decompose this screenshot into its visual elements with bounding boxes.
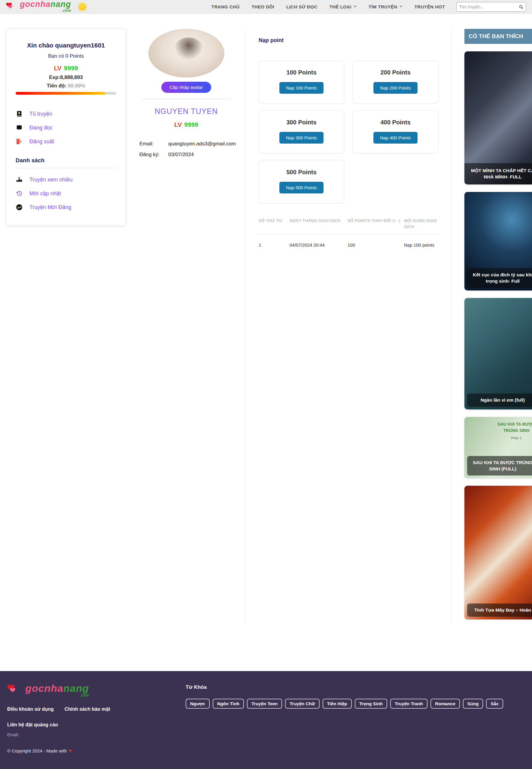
footer-email-label: Email: — [7, 732, 185, 737]
profile-panel: Cập nhập avatar NGUYEN TUYEN LV9999 Emai… — [136, 29, 237, 158]
package-card-300: 300 Points Nạp 300 Points — [259, 110, 344, 153]
tag-truyen-chu[interactable]: Truyện Chữ — [285, 699, 319, 709]
user-info-card: Xin chào quangtuyen1601 Bạn có 0 Points … — [6, 29, 126, 226]
menu-item-label: Truyện xem nhiều — [29, 177, 72, 183]
story-cover[interactable]: SAU KHI TA ĐƯỢC TRÙNG SINH Phần 1 SAU KH… — [464, 417, 532, 478]
footer-keywords: Từ Khóa Ngược Ngôn Tình Truyện Teen Truy… — [185, 684, 525, 769]
tag-truyen-tranh[interactable]: Truyện Tranh — [390, 699, 427, 709]
story-cover[interactable]: Kết cục của đích tỷ sau khi trọng sinh- … — [464, 192, 532, 290]
menu-item-label: Đăng xuất — [29, 138, 54, 145]
nap-300-button[interactable]: Nạp 300 Points — [279, 132, 324, 144]
story-cover[interactable]: Ngàn lần vì em (full) — [464, 298, 532, 409]
nap-point-section: Nạp point 100 Points Nạp 100 Points 200 … — [245, 29, 452, 624]
cell-date: 04/07/2024 20:44 — [290, 242, 345, 248]
hearts-logo-icon — [6, 2, 19, 13]
suggestions-sidebar: CÓ THỂ BẠN THÍCH MỘT MÌNH TA CHẤP HẾT CẢ… — [464, 29, 532, 619]
update-avatar-button[interactable]: Cập nhập avatar — [161, 82, 211, 93]
cover-art-text: SAU KHI TA ĐƯỢC TRÙNG SINH Phần 1 — [494, 421, 532, 441]
heart-icon: ♥ — [69, 748, 72, 754]
main-content: Xin chào quangtuyen1601 Bạn có 0 Points … — [0, 14, 532, 624]
story-cover[interactable]: Tình Tựa Mây Bay – Hoàn — [464, 486, 532, 619]
footer-left: gocnhanang .com Điều khoản sử dụng Chính… — [7, 684, 185, 769]
logo-wordmark: gocnhanang — [25, 682, 89, 694]
story-cover[interactable]: MỘT MÌNH TA CHẤP HẾT CẢ NHÀ MÌNH- FULL — [464, 51, 532, 184]
keyword-tags: Ngược Ngôn Tình Truyện Teen Truyện Chữ T… — [186, 699, 525, 709]
avatar[interactable] — [148, 29, 224, 78]
sun-theme-icon[interactable] — [79, 4, 86, 10]
nav-item-follow[interactable]: THEO DÕI — [251, 4, 274, 9]
site-logo[interactable]: gocnhanang .com — [6, 1, 71, 13]
tag-trong-sinh[interactable]: Trọng Sinh — [355, 699, 387, 709]
list-section-heading: Danh sách — [16, 157, 116, 164]
menu-item-label: Mới cập nhật — [29, 190, 61, 197]
chevron-down-icon — [354, 5, 357, 8]
package-title: 300 Points — [259, 119, 344, 126]
progress-text: Tiến độ: 88.89% — [16, 83, 116, 89]
transaction-table-header: SỐ THỨ TỰ NGÀY THÁNG GIAO DỊCH SỐ POINTS… — [259, 218, 438, 235]
chevron-down-icon — [400, 5, 403, 8]
profile-divider — [142, 99, 231, 99]
menu-item-reading[interactable]: Đang đọc — [16, 124, 116, 131]
copyright-text: © Copyright 2024 - Made with♥ — [7, 748, 185, 754]
tag-sung[interactable]: Sủng — [463, 699, 483, 709]
menu-item-bookshelf[interactable]: Tủ truyện — [16, 110, 116, 117]
footer-logo[interactable]: gocnhanang .com — [7, 684, 185, 698]
footer-links: Điều khoản sử dụng Chính sách bảo mật — [7, 707, 185, 712]
tag-nguoc[interactable]: Ngược — [186, 699, 210, 709]
search-icon[interactable] — [519, 4, 523, 10]
transaction-table: SỐ THỨ TỰ NGÀY THÁNG GIAO DỊCH SỐ POINTS… — [259, 218, 438, 255]
nav-item-history[interactable]: LỊCH SỬ ĐỌC — [286, 4, 318, 9]
menu-item-newly-posted[interactable]: NEW Truyện Mới Đăng — [16, 204, 116, 211]
nav-item-hot[interactable]: TRUYỆN HOT — [415, 4, 445, 9]
profile-register-row: Đăng ký: 03/07/2024 — [139, 152, 237, 158]
nap-point-title: Nạp point — [259, 37, 438, 44]
col-header-points: SỐ POINTS THAY ĐỔI (+ -) — [348, 218, 402, 230]
menu-item-label: Truyện Mới Đăng — [29, 204, 71, 211]
story-caption: Tình Tựa Mây Bay – Hoàn — [467, 603, 532, 617]
package-title: 200 Points — [353, 69, 438, 76]
logo-wordmark: gocnhanang — [20, 0, 71, 9]
keywords-title: Từ Khóa — [186, 684, 525, 690]
new-badge-icon: NEW — [16, 204, 23, 211]
package-title: 400 Points — [353, 119, 438, 126]
nav-item-search-story[interactable]: TÌM TRUYỆN — [369, 4, 403, 9]
points-balance-text: Bạn có 0 Points — [16, 53, 116, 59]
nap-400-button[interactable]: Nạp 400 Points — [373, 132, 418, 144]
tag-ngon-tinh[interactable]: Ngôn Tình — [213, 699, 244, 709]
menu-item-most-viewed[interactable]: Truyện xem nhiều — [16, 176, 116, 183]
tag-truyen-teen[interactable]: Truyện Teen — [247, 699, 282, 709]
cell-points: 100 — [348, 242, 402, 248]
menu-item-logout[interactable]: Đăng xuất — [16, 138, 116, 145]
nap-200-button[interactable]: Nạp 200 Points — [373, 82, 418, 94]
search-input[interactable] — [459, 4, 519, 9]
suggestions-title: CÓ THỂ BẠN THÍCH — [464, 29, 532, 44]
terms-link[interactable]: Điều khoản sử dụng — [7, 707, 54, 712]
register-label: Đăng ký: — [139, 152, 160, 158]
story-caption: Kết cục của đích tỷ sau khi trọng sinh- … — [467, 268, 532, 288]
tag-romance[interactable]: Romance — [430, 699, 460, 709]
menu-item-recently-updated[interactable]: Mới cập nhật — [16, 190, 116, 197]
search-box — [456, 2, 526, 12]
col-header-date: NGÀY THÁNG GIAO DỊCH — [290, 218, 345, 230]
cell-index: 1 — [259, 242, 287, 248]
nav-item-home[interactable]: TRANG CHỦ — [211, 4, 240, 9]
list-menu: Truyện xem nhiều Mới cập nhật NEW Truyện… — [16, 176, 116, 211]
nav-item-genres[interactable]: THỂ LOẠI — [330, 4, 357, 9]
logout-icon — [16, 138, 23, 145]
package-card-200: 200 Points Nạp 200 Points — [353, 60, 438, 104]
email-label: Email: — [139, 141, 160, 147]
cell-content: Nạp 100 points — [404, 242, 438, 248]
podium-icon — [16, 176, 23, 183]
package-card-500: 500 Points Nạp 500 Points — [259, 160, 344, 203]
package-card-400: 400 Points Nạp 400 Points — [353, 110, 438, 153]
tag-tien-hiep[interactable]: Tiên Hiệp — [323, 699, 352, 709]
table-row: 1 04/07/2024 20:44 100 Nạp 100 points — [259, 235, 438, 255]
profile-email-row: Email: quangtuyen.ads3@gmail.com — [139, 141, 237, 147]
nap-100-button[interactable]: Nạp 100 Points — [279, 82, 324, 94]
book-heart-icon — [16, 110, 23, 117]
profile-level: LV9999 — [174, 121, 198, 128]
privacy-link[interactable]: Chính sách bảo mật — [65, 707, 110, 712]
nap-500-button[interactable]: Nạp 500 Points — [279, 182, 324, 193]
tag-sac[interactable]: Sắc — [486, 699, 503, 709]
story-caption: Ngàn lần vì em (full) — [467, 394, 532, 407]
